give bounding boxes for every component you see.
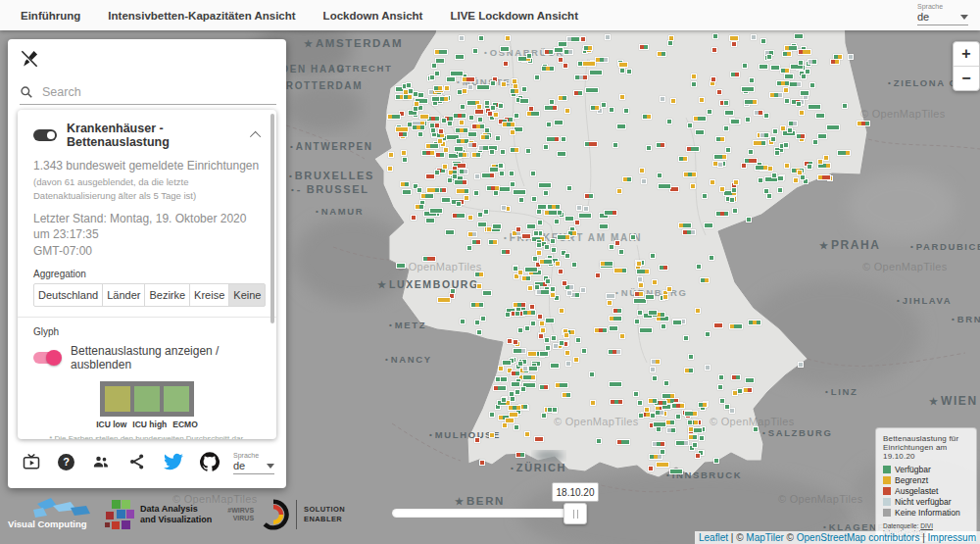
hospital-marker[interactable] xyxy=(474,173,480,179)
hospital-marker[interactable] xyxy=(763,113,769,119)
hospital-marker[interactable] xyxy=(699,97,705,103)
hospital-marker[interactable] xyxy=(580,36,586,42)
hospital-marker[interactable] xyxy=(462,76,475,82)
hospital-marker[interactable] xyxy=(467,231,477,237)
hospital-marker[interactable] xyxy=(513,339,518,345)
hospital-marker[interactable] xyxy=(798,49,811,55)
hospital-marker[interactable] xyxy=(573,357,579,363)
hospital-marker[interactable] xyxy=(639,44,649,50)
hospital-marker[interactable] xyxy=(495,135,501,141)
hospital-marker[interactable] xyxy=(444,85,450,91)
hospital-marker[interactable] xyxy=(413,91,418,97)
hospital-marker[interactable] xyxy=(437,297,451,303)
hospital-marker[interactable] xyxy=(612,142,618,148)
hospital-marker[interactable] xyxy=(412,124,425,130)
hospital-marker[interactable] xyxy=(638,282,644,288)
hospital-marker[interactable] xyxy=(639,168,645,173)
hospital-marker[interactable] xyxy=(601,102,607,108)
edit-off-icon[interactable] xyxy=(20,49,39,69)
hospital-marker[interactable] xyxy=(495,376,501,382)
hospital-marker[interactable] xyxy=(554,47,564,53)
hospital-marker[interactable] xyxy=(642,114,652,120)
hospital-marker[interactable] xyxy=(547,407,553,413)
hospital-marker[interactable] xyxy=(492,223,502,229)
hospital-marker[interactable] xyxy=(420,193,434,199)
hospital-marker[interactable] xyxy=(760,38,766,44)
layer-toggle[interactable] xyxy=(33,129,57,141)
hospital-marker[interactable] xyxy=(675,414,681,420)
hospital-marker[interactable] xyxy=(400,181,410,187)
hospital-marker[interactable] xyxy=(559,340,564,346)
hospital-marker[interactable] xyxy=(584,193,594,199)
hospital-marker[interactable] xyxy=(610,399,623,405)
hospital-marker[interactable] xyxy=(696,264,702,270)
hospital-marker[interactable] xyxy=(534,74,540,80)
hospital-marker[interactable] xyxy=(481,173,495,178)
hospital-marker[interactable] xyxy=(508,405,521,411)
hospital-marker[interactable] xyxy=(434,170,440,175)
hospital-marker[interactable] xyxy=(493,112,499,118)
hospital-marker[interactable] xyxy=(501,81,507,87)
hospital-marker[interactable] xyxy=(638,413,644,419)
hospital-marker[interactable] xyxy=(688,354,694,360)
hospital-marker[interactable] xyxy=(687,123,693,128)
hospital-marker[interactable] xyxy=(657,173,662,178)
hospital-marker[interactable] xyxy=(530,321,536,326)
hospital-marker[interactable] xyxy=(396,263,406,269)
hospital-marker[interactable] xyxy=(521,86,527,92)
hospital-marker[interactable] xyxy=(731,374,741,380)
hospital-marker[interactable] xyxy=(748,149,754,155)
hospital-marker[interactable] xyxy=(817,159,823,165)
hospital-marker[interactable] xyxy=(387,166,393,172)
hospital-marker[interactable] xyxy=(524,431,530,437)
hospital-marker[interactable] xyxy=(609,107,614,113)
hospital-marker[interactable] xyxy=(648,466,654,471)
hospital-marker[interactable] xyxy=(713,154,727,160)
hospital-marker[interactable] xyxy=(719,186,725,192)
hospital-marker[interactable] xyxy=(729,323,743,329)
hospital-marker[interactable] xyxy=(744,158,758,164)
hospital-marker[interactable] xyxy=(522,366,528,371)
hospital-marker[interactable] xyxy=(533,230,539,236)
hospital-marker[interactable] xyxy=(672,320,682,325)
hospital-marker[interactable] xyxy=(454,146,464,152)
hospital-marker[interactable] xyxy=(660,96,665,102)
hospital-marker[interactable] xyxy=(692,442,698,448)
hospital-marker[interactable] xyxy=(732,208,738,214)
hospital-marker[interactable] xyxy=(479,460,485,466)
hospital-marker[interactable] xyxy=(626,69,632,74)
hospital-marker[interactable] xyxy=(520,386,526,392)
hospital-marker[interactable] xyxy=(656,462,669,468)
hospital-marker[interactable] xyxy=(788,81,802,87)
hospital-marker[interactable] xyxy=(566,185,572,191)
hospital-marker[interactable] xyxy=(648,398,658,404)
hospital-marker[interactable] xyxy=(515,226,521,232)
hospital-marker[interactable] xyxy=(634,291,644,297)
hospital-marker[interactable] xyxy=(501,205,507,211)
hospital-marker[interactable] xyxy=(539,321,545,326)
hospital-marker[interactable] xyxy=(737,388,743,394)
hospital-marker[interactable] xyxy=(702,193,708,199)
hospital-marker[interactable] xyxy=(724,110,734,116)
hospital-marker[interactable] xyxy=(585,87,599,93)
collapse-chevron-icon[interactable] xyxy=(250,131,261,142)
hospital-marker[interactable] xyxy=(476,329,482,335)
hospital-marker[interactable] xyxy=(493,190,499,196)
hospital-marker[interactable] xyxy=(478,35,484,41)
hospital-marker[interactable] xyxy=(536,242,542,248)
hospital-marker[interactable] xyxy=(415,204,424,210)
hospital-marker[interactable] xyxy=(826,124,840,130)
hospital-marker[interactable] xyxy=(521,275,531,281)
hospital-marker[interactable] xyxy=(682,229,696,235)
hospital-marker[interactable] xyxy=(490,80,496,86)
hospital-marker[interactable] xyxy=(557,151,566,157)
hospital-marker[interactable] xyxy=(536,289,550,295)
hospital-marker[interactable] xyxy=(745,377,755,383)
hospital-marker[interactable] xyxy=(751,34,757,40)
hospital-marker[interactable] xyxy=(652,441,665,447)
hospital-marker[interactable] xyxy=(565,361,571,367)
hospital-marker[interactable] xyxy=(623,108,629,114)
hospital-marker[interactable] xyxy=(637,310,643,316)
hospital-marker[interactable] xyxy=(489,149,495,155)
hospital-marker[interactable] xyxy=(558,95,567,101)
